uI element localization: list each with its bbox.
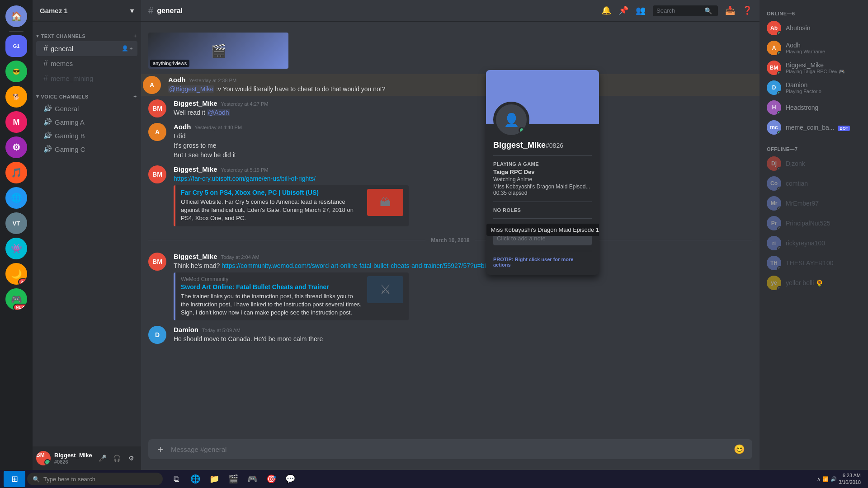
mention-aodh[interactable]: @Aodh: [207, 109, 230, 116]
member-yeller[interactable]: ye yeller belli 🌻: [763, 273, 864, 293]
add-member-icon[interactable]: 👤＋: [122, 45, 134, 52]
guild-3[interactable]: 🐕: [5, 86, 27, 108]
msg-content-damion: Damion Today at 5:09 AM He should move t…: [174, 326, 752, 344]
taskbar-task-view[interactable]: ⧉: [168, 471, 184, 487]
member-headstrong[interactable]: H Headstrong: [763, 98, 864, 117]
member-name-principalnut: PrincipalNut525: [786, 220, 830, 227]
member-theslayer[interactable]: TH THESLAYER100: [763, 253, 864, 273]
avatar-aodh2[interactable]: A: [148, 123, 166, 141]
taskbar-vlc[interactable]: 🎬: [225, 471, 241, 487]
status-indicator: [777, 131, 781, 135]
chevron-down-icon: ▾: [130, 7, 134, 15]
guild-9[interactable]: 👾: [5, 238, 27, 259]
add-channel-icon[interactable]: ＋: [132, 33, 138, 39]
taskbar-chrome[interactable]: 🌐: [187, 471, 203, 487]
taskbar-discord[interactable]: 💬: [282, 471, 298, 487]
start-button[interactable]: ⊞: [4, 471, 25, 487]
channel-gaming-a[interactable]: 🔊 Gaming A: [36, 115, 137, 129]
member-aodh[interactable]: A Aodh Playing Warframe: [763, 38, 864, 58]
avatar-damion[interactable]: D: [148, 326, 166, 344]
avatar-bm1[interactable]: BM: [148, 99, 166, 117]
guild-10[interactable]: 🌙24: [5, 263, 27, 285]
guild-4[interactable]: M: [5, 111, 27, 133]
main-chat: # general 🔔 📌 👥 🔍 📥 ❓ 🎬 anything4views: [141, 0, 760, 470]
guild-7[interactable]: 🌐: [5, 187, 27, 209]
member-biggest-mike[interactable]: BM Biggest_Mike Playing Taiga RPC Dev 🎮: [763, 58, 864, 78]
deafen-icon[interactable]: 🎧: [110, 452, 123, 465]
msg-username-aodh1[interactable]: Aodh: [168, 76, 185, 84]
member-abutosin[interactable]: Ab Abutosin: [763, 18, 864, 38]
channel-gaming-c[interactable]: 🔊 Gaming C: [36, 142, 137, 156]
embed-title-wemod[interactable]: Sword Art Online: Fatal Bullet Cheats an…: [181, 283, 362, 291]
channel-gaming-b[interactable]: 🔊 Gaming B: [36, 129, 137, 142]
member-info-comtian: comtian: [786, 180, 861, 187]
message-input[interactable]: [171, 441, 728, 458]
msg-username-bm1[interactable]: Biggest_Mike: [174, 99, 217, 107]
channel-meme-mining[interactable]: # meme_mining: [36, 71, 137, 86]
popup-game-name: Taiga RPC Dev: [493, 169, 592, 175]
member-mrember97[interactable]: Mr MrEmber97: [763, 193, 864, 213]
popup-username-area: Biggest_Mike#0826: [493, 141, 592, 150]
guild-gamez1[interactable]: G1: [5, 35, 27, 57]
pin-icon[interactable]: 📌: [618, 5, 628, 16]
msg-header-bm1: Biggest_Mike Yesterday at 4:27 PM: [174, 99, 752, 107]
member-avatar-mrember: Mr: [767, 196, 781, 211]
msg-username-bm3[interactable]: Biggest_Mike: [174, 253, 217, 260]
taskbar-origin[interactable]: 🎯: [263, 471, 279, 487]
channel-memes[interactable]: # memes: [36, 56, 137, 71]
guild-11[interactable]: 🎮NEW: [5, 288, 27, 310]
member-damion[interactable]: D Damion Playing Factorio: [763, 78, 864, 98]
attach-icon[interactable]: ＋: [156, 442, 165, 456]
msg-username-aodh2[interactable]: Aodh: [174, 123, 191, 131]
taskbar-time-area[interactable]: 6:23 AM 3/10/2018: [839, 472, 861, 486]
taskbar-network[interactable]: 📶: [822, 476, 829, 482]
member-avatar-yeller: ye: [767, 276, 781, 290]
members-icon[interactable]: 👥: [636, 5, 646, 16]
channel-general-voice[interactable]: 🔊 General: [36, 102, 137, 115]
taskbar-search[interactable]: 🔍 Type here to search: [27, 473, 163, 485]
header-icons: 🔔 📌 👥 🔍 📥 ❓: [601, 5, 752, 16]
avatar-aodh1[interactable]: A: [143, 76, 161, 94]
settings-icon[interactable]: ⚙: [125, 452, 137, 465]
ubisoft-link[interactable]: https://far-cry.ubisoft.com/game/en-us/b…: [174, 175, 316, 182]
home-button[interactable]: 🏠: [5, 5, 27, 27]
popup-note-field[interactable]: Click to add a note: [493, 231, 592, 245]
taskbar-volume[interactable]: 🔊: [830, 476, 837, 482]
emoji-icon[interactable]: 😊: [734, 444, 745, 455]
current-user-avatar[interactable]: BM: [36, 451, 51, 465]
help-icon[interactable]: ❓: [742, 5, 752, 16]
server-header[interactable]: Gamez 1 ▾: [33, 0, 141, 22]
guild-6[interactable]: 🎵: [5, 162, 27, 183]
guild-8[interactable]: VT: [5, 212, 27, 234]
member-meme-coin[interactable]: mc meme_coin_ba... BOT: [763, 117, 864, 137]
channel-name-gaming-c: Gaming C: [55, 145, 85, 153]
taskbar-up-arrow[interactable]: ∧: [817, 476, 821, 482]
bot-badge: BOT: [838, 126, 850, 131]
mute-icon[interactable]: 🎤: [96, 452, 108, 465]
avatar-bm3[interactable]: BM: [148, 253, 166, 271]
avatar-bm2[interactable]: BM: [148, 165, 166, 183]
search-bar[interactable]: 🔍: [653, 5, 718, 16]
inbox-icon[interactable]: 📥: [725, 5, 735, 16]
msg-username-damion[interactable]: Damion: [174, 326, 198, 333]
member-rickyreyna[interactable]: ri rickyreyna100: [763, 233, 864, 253]
guild-2[interactable]: 😎: [5, 61, 27, 82]
search-input[interactable]: [656, 7, 702, 14]
add-voice-icon[interactable]: ＋: [132, 93, 138, 100]
msg-username-bm2[interactable]: Biggest_Mike: [174, 165, 217, 173]
channel-name-meme-mining: meme_mining: [51, 75, 93, 82]
date-divider: March 10, 2018: [141, 230, 760, 251]
mention-biggest-mike[interactable]: @Biggest_Mike: [168, 85, 214, 93]
taskbar-steam[interactable]: 🎮: [244, 471, 260, 487]
member-comtian[interactable]: Co comtian: [763, 174, 864, 193]
member-djzonk[interactable]: Dj Djzonk: [763, 154, 864, 174]
taskbar-explorer[interactable]: 📁: [206, 471, 222, 487]
date-text: March 10, 2018: [431, 237, 469, 244]
channel-general[interactable]: # general 👤＋: [36, 41, 137, 56]
member-info-ricky: rickyreyna100: [786, 239, 861, 247]
guild-5[interactable]: ⚙: [5, 136, 27, 158]
embed-title-ubisoft[interactable]: Far Cry 5 on PS4, Xbox One, PC | Ubisoft…: [181, 189, 362, 196]
bell-icon[interactable]: 🔔: [601, 5, 611, 16]
member-principalnut[interactable]: Pr PrincipalNut525: [763, 213, 864, 233]
wemod-link[interactable]: https://community.wemod.com/t/sword-art-…: [222, 262, 518, 269]
